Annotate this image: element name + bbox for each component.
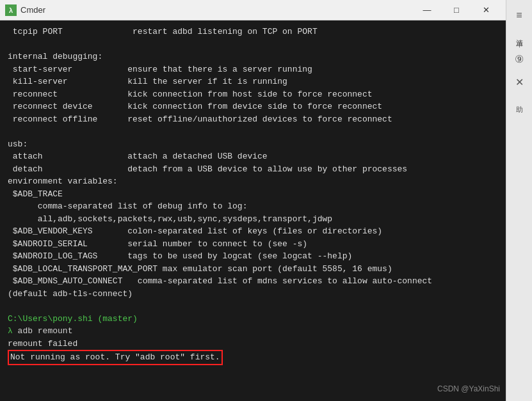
terminal-line-1: tcpip PORT restart adbd listening on TCP… bbox=[8, 27, 318, 36]
terminal-line-7: reconnect device kick connection from de… bbox=[8, 102, 382, 111]
app-icon: λ bbox=[5, 4, 17, 16]
terminal-line-12: detach detach from a USB device to allow… bbox=[8, 164, 407, 174]
terminal-line-21: $ADB_MDNS_AUTO_CONNECT comma-separated l… bbox=[8, 276, 432, 286]
terminal-window: λ Cmder — □ ✕ tcpip PORT restart adbd li… bbox=[0, 0, 506, 401]
terminal-line-5: kill-server kill the server if it is run… bbox=[8, 77, 287, 86]
close-button[interactable]: ✕ bbox=[471, 0, 501, 20]
terminal-line-15: comma-separated list of debug info to lo… bbox=[8, 201, 247, 211]
terminal-line-13: environment variables: bbox=[8, 177, 118, 186]
sidebar-right: ≡ 清单 ⑨ ✕ 助 bbox=[506, 0, 532, 401]
window-title: Cmder bbox=[20, 5, 412, 15]
terminal-line-22: (default adb-tls-connect) bbox=[8, 289, 133, 299]
sidebar-label-zhu: 助 bbox=[515, 100, 524, 101]
sidebar-settings-icon[interactable]: ⑨ bbox=[509, 49, 529, 69]
terminal-output: tcpip PORT restart adbd listening on TCP… bbox=[0, 20, 506, 401]
window-controls: — □ ✕ bbox=[412, 0, 501, 20]
terminal-line-17: $ADB_VENDOR_KEYS colon-separated list of… bbox=[8, 226, 382, 236]
terminal-prompt-command: λ adb remount bbox=[8, 326, 72, 336]
maximize-button[interactable]: □ bbox=[442, 0, 471, 20]
terminal-line-19: $ANDROID_LOG_TAGS tags to be used by log… bbox=[8, 251, 352, 261]
sidebar-menu-icon[interactable]: ≡ bbox=[509, 5, 529, 26]
terminal-error-line: Not running as root. Try "adb root" firs… bbox=[8, 350, 223, 365]
terminal-line-remount-failed: remount failed bbox=[8, 339, 77, 349]
titlebar: λ Cmder — □ ✕ bbox=[0, 0, 506, 20]
minimize-button[interactable]: — bbox=[412, 0, 442, 20]
csdn-watermark: CSDN @YaXinShi bbox=[437, 384, 500, 393]
sidebar-close-icon[interactable]: ✕ bbox=[509, 72, 529, 92]
terminal-line-10: usb: bbox=[8, 139, 28, 149]
terminal-prompt-path: C:\Users\pony.shi (master) bbox=[8, 314, 138, 324]
terminal-line-6: reconnect kick connection from host side… bbox=[8, 90, 373, 99]
terminal-line-20: $ADB_LOCAL_TRANSPORT_MAX_PORT max emulat… bbox=[8, 264, 392, 274]
terminal-line-8: reconnect offline reset offline/unauthor… bbox=[8, 114, 392, 124]
terminal-line-14: $ADB_TRACE bbox=[8, 189, 63, 199]
sidebar-label-qingdan: 清单 bbox=[515, 33, 524, 36]
terminal-line-16: all,adb,sockets,packets,rwx,usb,sync,sys… bbox=[8, 214, 332, 224]
terminal-line-11: attach attach a detached USB device bbox=[8, 152, 268, 161]
app-icon-text: λ bbox=[9, 6, 13, 14]
terminal-line-4: start-server ensure that there is a serv… bbox=[8, 65, 312, 74]
terminal-line-18: $ANDROID_SERIAL serial number to connect… bbox=[8, 239, 307, 249]
terminal-line-3: internal debugging: bbox=[8, 52, 102, 61]
watermark-text: CSDN @YaXinShi bbox=[437, 384, 500, 393]
